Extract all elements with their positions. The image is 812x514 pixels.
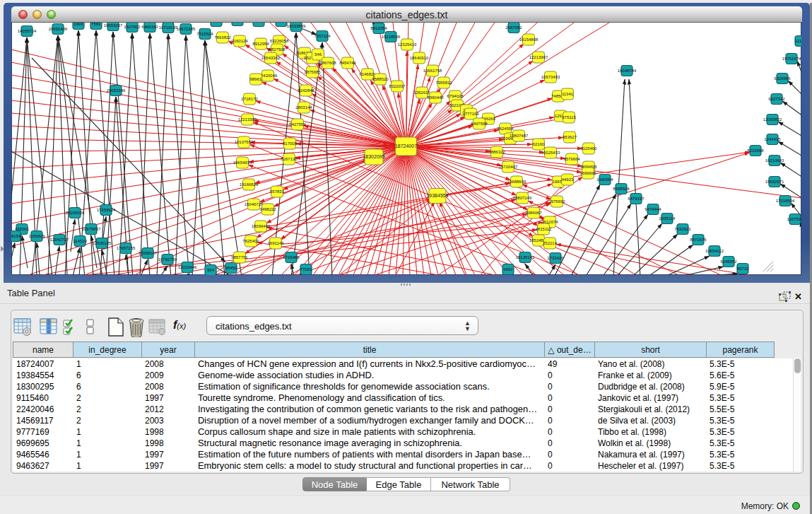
svg-text:9699695: 9699695 [579, 171, 596, 175]
svg-text:10719155: 10719155 [159, 25, 178, 30]
svg-text:11121: 11121 [795, 39, 801, 43]
svg-text:2803144: 2803144 [295, 105, 312, 110]
svg-text:19218506: 19218506 [382, 35, 401, 39]
svg-text:8471676: 8471676 [690, 238, 707, 242]
svg-text:2935114: 2935114 [659, 216, 676, 221]
svg-text:16210643: 16210643 [765, 158, 784, 163]
svg-text:3624554: 3624554 [497, 127, 514, 131]
svg-text:6466160: 6466160 [141, 25, 158, 29]
svg-text:1156829: 1156829 [29, 234, 46, 238]
svg-text:953627: 953627 [563, 135, 577, 139]
svg-text:7582: 7582 [91, 23, 101, 26]
svg-text:7955812: 7955812 [435, 81, 452, 85]
svg-text:77061: 77061 [300, 267, 312, 271]
svg-text:11341: 11341 [562, 92, 574, 96]
svg-text:3498222: 3498222 [259, 207, 276, 211]
svg-text:12505135: 12505135 [93, 241, 112, 245]
svg-text:8267130: 8267130 [281, 157, 298, 161]
svg-text:9777169: 9777169 [462, 112, 479, 116]
svg-text:19384554: 19384554 [426, 193, 448, 198]
svg-text:9474444: 9474444 [645, 207, 661, 211]
svg-text:9160124: 9160124 [231, 39, 248, 43]
svg-text:15136141: 15136141 [516, 255, 535, 259]
svg-text:7632621: 7632621 [674, 227, 691, 231]
svg-text:17957255: 17957255 [117, 246, 136, 250]
svg-text:8813054: 8813054 [370, 26, 387, 30]
svg-text:19166829: 19166829 [240, 182, 259, 187]
svg-text:9245652: 9245652 [720, 259, 737, 264]
svg-text:1815112: 1815112 [536, 227, 553, 231]
svg-text:17016504: 17016504 [776, 199, 795, 203]
svg-text:1527602: 1527602 [124, 25, 141, 29]
svg-text:1588520: 1588520 [372, 77, 389, 81]
svg-text:817008: 817008 [283, 141, 298, 146]
svg-text:15720407: 15720407 [499, 165, 518, 169]
svg-text:7663822: 7663822 [214, 35, 231, 40]
svg-text:80732: 80732 [737, 267, 749, 271]
svg-text:10975867: 10975867 [82, 227, 101, 231]
svg-text:16046728: 16046728 [245, 202, 264, 206]
svg-text:18724007: 18724007 [395, 144, 417, 148]
svg-text:3875685: 3875685 [304, 70, 321, 74]
svg-text:7625402: 7625402 [242, 239, 259, 243]
svg-text:8938924: 8938924 [613, 187, 630, 191]
svg-text:8912954: 8912954 [252, 42, 269, 46]
svg-text:8322037: 8322037 [389, 84, 406, 88]
svg-text:1975692: 1975692 [548, 199, 565, 204]
svg-text:6479197: 6479197 [628, 197, 645, 201]
svg-text:44923: 44923 [562, 177, 574, 182]
svg-text:18302095: 18302095 [363, 154, 384, 159]
svg-text:1362615: 1362615 [413, 90, 430, 95]
svg-text:16033809: 16033809 [287, 24, 306, 28]
svg-text:1121: 1121 [254, 23, 264, 23]
svg-text:53226058: 53226058 [270, 39, 289, 43]
svg-text:2718170: 2718170 [241, 97, 258, 101]
svg-text:9084067: 9084067 [525, 211, 542, 215]
svg-text:16048784: 16048784 [618, 69, 637, 73]
svg-text:8990448: 8990448 [427, 95, 444, 100]
svg-text:9115460: 9115460 [581, 146, 598, 151]
svg-text:16782759: 16782759 [158, 257, 177, 262]
svg-text:20206556: 20206556 [66, 211, 85, 215]
svg-text:12023446: 12023446 [178, 265, 197, 269]
svg-text:975115: 975115 [562, 115, 576, 119]
svg-text:9329966: 9329966 [774, 76, 791, 81]
svg-text:1640954: 1640954 [596, 177, 613, 182]
svg-text:19654935: 19654935 [233, 160, 252, 165]
svg-text:62160: 62160 [533, 142, 545, 146]
svg-text:2867608: 2867608 [319, 61, 336, 65]
svg-text:14055724: 14055724 [18, 29, 37, 33]
svg-text:98961: 98961 [250, 77, 262, 81]
svg-text:15751074: 15751074 [782, 57, 801, 61]
svg-text:9662: 9662 [503, 267, 513, 271]
svg-text:8454749: 8454749 [339, 61, 356, 65]
svg-text:18099489: 18099489 [252, 224, 271, 228]
svg-text:1244415: 1244415 [764, 137, 781, 141]
svg-text:7357224: 7357224 [314, 34, 331, 38]
svg-text:546: 546 [314, 52, 322, 57]
svg-text:9827508: 9827508 [269, 47, 286, 52]
svg-text:8215958: 8215958 [747, 148, 764, 153]
svg-text:1903: 1903 [73, 23, 83, 26]
svg-text:12942737: 12942737 [50, 238, 69, 242]
svg-text:39154: 39154 [11, 234, 21, 238]
svg-text:9857791: 9857791 [231, 255, 248, 259]
svg-text:12213967: 12213967 [529, 55, 548, 59]
svg-text:10807487: 10807487 [510, 134, 529, 138]
svg-text:10653267: 10653267 [104, 23, 123, 28]
svg-text:10973493: 10973493 [541, 75, 560, 79]
svg-text:10654112: 10654112 [705, 249, 724, 253]
svg-text:16543362: 16543362 [261, 56, 281, 60]
svg-text:20053346: 20053346 [107, 88, 126, 93]
svg-text:8427552: 8427552 [289, 122, 306, 127]
svg-text:7886322: 7886322 [488, 150, 505, 154]
svg-text:1167534: 1167534 [787, 217, 801, 221]
svg-text:12213389: 12213389 [238, 117, 257, 122]
svg-text:12325419: 12325419 [398, 42, 417, 47]
svg-text:2687682: 2687682 [505, 25, 522, 30]
svg-text:17359924: 17359924 [97, 208, 116, 212]
svg-text:10688609: 10688609 [507, 180, 526, 184]
svg-text:18640910: 18640910 [410, 56, 429, 60]
svg-text:7114: 7114 [277, 23, 287, 23]
svg-text:10958107: 10958107 [139, 251, 158, 255]
